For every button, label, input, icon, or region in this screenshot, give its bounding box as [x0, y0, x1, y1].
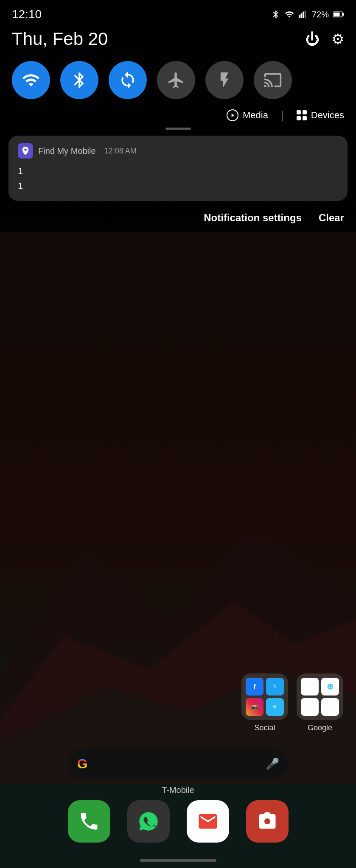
devices-label: Devices — [311, 110, 344, 121]
notification-body: 1 1 — [18, 164, 338, 193]
home-indicator[interactable] — [140, 859, 216, 862]
google-folder-grid: 🗺 🌐 ▶ 🖼 — [297, 673, 343, 720]
play-icon — [227, 109, 238, 121]
telegram-icon: ✈ — [266, 698, 284, 716]
notification-actions: Notification settings Clear — [0, 205, 356, 228]
phone-dock-item[interactable] — [68, 800, 110, 843]
date-actions: ⏻ ⚙ — [305, 31, 344, 47]
date-display: Thu, Feb 20 — [12, 29, 108, 49]
google-folder[interactable]: 🗺 🌐 ▶ 🖼 Google — [297, 673, 343, 732]
gmail-dock-item[interactable] — [187, 800, 229, 843]
social-folder-label: Social — [254, 723, 275, 732]
camera-app-icon — [246, 800, 289, 843]
notification-line2: 1 — [18, 178, 338, 193]
maps-icon: 🗺 — [301, 678, 319, 696]
media-label: Media — [243, 110, 268, 121]
notification-app-icon — [18, 143, 33, 159]
app-folders: f 𝕏 📸 ✈ Social 🗺 🌐 ▶ 🖼 Google — [241, 673, 343, 732]
google-search-bar[interactable]: G 🎤 — [68, 748, 289, 779]
carrier-label: T-Mobile — [162, 785, 194, 795]
notification-card[interactable]: Find My Mobile 12:08 AM 1 1 — [8, 136, 348, 201]
facebook-icon: f — [246, 678, 263, 696]
devices-grid-icon — [297, 110, 307, 120]
notification-app-name: Find My Mobile — [38, 146, 96, 156]
svg-rect-11 — [334, 13, 340, 17]
bluetooth-toggle[interactable] — [60, 61, 98, 99]
dock — [0, 800, 356, 843]
clear-notifications-button[interactable]: Clear — [319, 212, 344, 224]
date-row: Thu, Feb 20 ⏻ ⚙ — [0, 25, 356, 57]
svg-rect-10 — [342, 13, 344, 16]
quick-toggles — [0, 57, 356, 107]
sync-toggle[interactable] — [109, 61, 147, 99]
notification-line1: 1 — [18, 164, 338, 178]
voice-search-icon[interactable]: 🎤 — [266, 757, 279, 771]
devices-button[interactable]: Devices — [297, 110, 344, 121]
bluetooth-status-icon — [271, 10, 280, 19]
social-folder-grid: f 𝕏 📸 ✈ — [241, 673, 288, 720]
wifi-toggle[interactable] — [12, 61, 50, 99]
media-devices-divider: | — [281, 108, 284, 122]
notification-settings-button[interactable]: Notification settings — [204, 212, 302, 224]
social-folder[interactable]: f 𝕏 📸 ✈ Social — [241, 673, 288, 732]
phone-app-icon — [68, 800, 110, 843]
camera-dock-item[interactable] — [246, 800, 289, 843]
chrome-icon: 🌐 — [321, 678, 339, 696]
google-folder-label: Google — [308, 723, 332, 732]
flashlight-toggle[interactable] — [205, 61, 244, 99]
twitter-icon: 𝕏 — [266, 678, 284, 696]
svg-rect-6 — [300, 13, 302, 18]
svg-rect-5 — [299, 15, 300, 18]
wifi-status-icon — [285, 10, 294, 19]
battery-percentage: 72% — [312, 10, 329, 19]
play-store-icon: ▶ — [301, 698, 319, 716]
settings-button[interactable]: ⚙ — [331, 31, 344, 47]
status-bar: 12:10 72% — [0, 0, 356, 25]
svg-rect-8 — [305, 11, 306, 18]
notification-header: Find My Mobile 12:08 AM — [18, 143, 338, 159]
power-button[interactable]: ⏻ — [305, 31, 320, 47]
status-time: 12:10 — [12, 8, 42, 21]
instagram-icon: 📸 — [246, 698, 263, 716]
airplane-toggle[interactable] — [157, 61, 195, 99]
media-devices-row: Media | Devices — [0, 107, 356, 126]
whatsapp-app-icon — [127, 800, 170, 843]
status-icons: 72% — [271, 10, 344, 19]
notification-shade: 12:10 72% — [0, 0, 356, 232]
gmail-app-icon — [187, 800, 229, 843]
svg-rect-7 — [303, 12, 304, 18]
screencast-toggle[interactable] — [254, 61, 292, 99]
media-button[interactable]: Media — [227, 109, 268, 121]
notification-time: 12:08 AM — [104, 147, 137, 156]
battery-icon — [333, 10, 344, 19]
google-logo: G — [77, 756, 88, 772]
whatsapp-dock-item[interactable] — [127, 800, 170, 843]
signal-status-icon — [298, 10, 308, 19]
drag-indicator — [165, 128, 191, 130]
photos-icon: 🖼 — [321, 698, 339, 716]
